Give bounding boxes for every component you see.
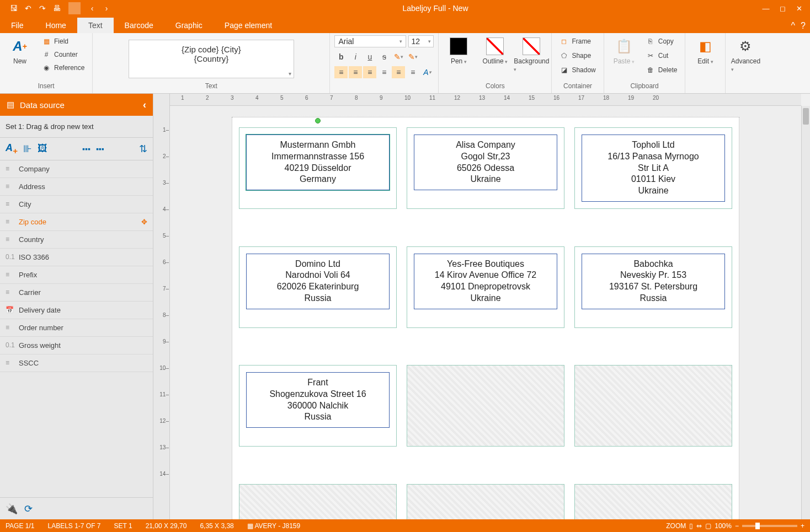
text-template-box[interactable]: {Zip code} {City} {Country}: [129, 40, 294, 78]
copy-button[interactable]: ⎘Copy: [643, 35, 681, 47]
label-cell[interactable]: Mustermann GmbhImmermannstrasse 15640219…: [239, 127, 397, 209]
vertical-scrollbar[interactable]: [801, 106, 810, 519]
bold-button[interactable]: b: [334, 51, 348, 63]
paste-button[interactable]: 📋Paste: [609, 35, 640, 67]
highlight-button[interactable]: ✎: [392, 51, 405, 63]
help-icon[interactable]: ?: [801, 21, 806, 31]
prev-icon[interactable]: ‹: [86, 2, 98, 14]
sidebar-collapse-icon[interactable]: ‹: [143, 99, 146, 111]
tool-sort-icon[interactable]: ⇅: [139, 143, 147, 155]
canvas-viewport[interactable]: Mustermann GmbhImmermannstrasse 15640219…: [170, 106, 801, 519]
new-text-button[interactable]: A+ New: [4, 35, 35, 67]
address-box[interactable]: FrantShogenzukova Street 16360000 Nalchi…: [246, 372, 390, 428]
tab-text[interactable]: Text: [77, 18, 114, 33]
label-cell[interactable]: Yes-Free Boutiques14 Kirov Avenue Office…: [407, 246, 564, 328]
zoom-slider-knob[interactable]: [755, 523, 760, 529]
align-left-button[interactable]: ≡: [334, 66, 348, 78]
tool-image-icon[interactable]: 🖼: [38, 143, 47, 154]
tab-home[interactable]: Home: [35, 18, 77, 33]
address-box[interactable]: Topholi Ltd16/13 Panasa MyrnogoStr Lit A…: [582, 135, 725, 202]
delete-button[interactable]: 🗑Delete: [643, 64, 681, 76]
outline-color-button[interactable]: Outline: [479, 35, 510, 67]
tab-graphic[interactable]: Graphic: [164, 18, 214, 33]
minimize-button[interactable]: —: [758, 2, 774, 14]
font-color-button[interactable]: ✎: [406, 51, 419, 63]
label-cell[interactable]: [239, 484, 397, 520]
tab-page-element[interactable]: Page element: [214, 18, 283, 33]
align-middle-button[interactable]: ≡: [392, 66, 405, 78]
address-box[interactable]: Mustermann GmbhImmermannstrasse 15640219…: [246, 135, 390, 190]
label-cell[interactable]: Topholi Ltd16/13 Panasa MyrnogoStr Lit A…: [574, 127, 732, 209]
shadow-button[interactable]: ◪Shadow: [556, 64, 599, 76]
advanced-button[interactable]: ⚙Advanced: [730, 35, 761, 75]
cut-button[interactable]: ✂Cut: [643, 50, 681, 62]
zoom-fit-page-icon[interactable]: ▯: [689, 522, 693, 530]
italic-button[interactable]: i: [349, 51, 362, 63]
pen-color-button[interactable]: Pen: [443, 35, 474, 67]
zoom-fit-width-icon[interactable]: ⇔: [696, 522, 702, 530]
undo-icon[interactable]: ↶: [22, 2, 34, 14]
address-box[interactable]: Alisa CompanyGogol Str,2365026 OdessaUkr…: [414, 135, 557, 190]
label-cell[interactable]: BabochkaNeveskiy Pr. 153193167 St. Peter…: [574, 246, 732, 328]
align-bottom-button[interactable]: ≡: [406, 66, 419, 78]
label-cell[interactable]: Alisa CompanyGogol Str,2365026 OdessaUkr…: [407, 127, 564, 209]
counter-button[interactable]: #Counter: [39, 49, 88, 61]
zoom-slider[interactable]: [742, 525, 797, 527]
zoom-out-button[interactable]: −: [735, 522, 739, 530]
zoom-in-button[interactable]: +: [801, 522, 804, 530]
text-effects-button[interactable]: A: [420, 66, 434, 78]
field-item[interactable]: ≡City: [0, 196, 153, 213]
label-cell[interactable]: FrantShogenzukova Street 16360000 Nalchi…: [239, 365, 397, 447]
label-cell[interactable]: [574, 365, 732, 447]
label-cell[interactable]: Domino LtdNarodnoi Voli 64620026 Ekateri…: [239, 246, 397, 328]
print-icon[interactable]: 🖶: [51, 2, 63, 14]
next-icon[interactable]: ›: [100, 2, 113, 14]
redo-icon[interactable]: ↷: [36, 2, 49, 14]
plug-icon[interactable]: 🔌: [6, 503, 18, 515]
label-cell[interactable]: [407, 484, 564, 520]
tool-link1-icon[interactable]: ▪▪▪: [82, 144, 90, 153]
background-color-button[interactable]: Background: [516, 35, 547, 75]
tool-link2-icon[interactable]: ▪▪▪: [96, 144, 104, 153]
frame-button[interactable]: ◻Frame: [556, 35, 599, 47]
align-center-button[interactable]: ≡: [349, 66, 362, 78]
font-size-select[interactable]: 12▾: [408, 35, 434, 47]
underline-button[interactable]: u: [363, 51, 376, 63]
refresh-icon[interactable]: ⟳: [24, 503, 33, 515]
tab-file[interactable]: File: [0, 18, 35, 33]
field-item[interactable]: 0.1Gross weight: [0, 337, 153, 354]
address-box[interactable]: Yes-Free Boutiques14 Kirov Avenue Office…: [414, 254, 557, 309]
zoom-fit-label-icon[interactable]: ▢: [705, 522, 711, 530]
tab-barcode[interactable]: Barcode: [114, 18, 164, 33]
reference-button[interactable]: ◉Reference: [39, 62, 88, 74]
field-item[interactable]: ≡Prefix: [0, 266, 153, 284]
field-item[interactable]: ≡Company: [0, 160, 153, 178]
tool-barcode-icon[interactable]: ⊪: [23, 143, 32, 155]
edit-button[interactable]: ◧Edit: [690, 35, 721, 67]
align-top-button[interactable]: ≡: [377, 66, 391, 78]
label-cell[interactable]: [574, 484, 732, 520]
shape-button[interactable]: ⬠Shape: [556, 50, 599, 62]
scrollbar-thumb[interactable]: [803, 108, 809, 125]
field-button[interactable]: ▦Field: [39, 35, 88, 47]
collapse-ribbon-icon[interactable]: ^: [791, 21, 796, 31]
field-item[interactable]: ≡Country: [0, 231, 153, 249]
field-item[interactable]: 📅Delivery date: [0, 302, 153, 319]
save-icon[interactable]: 🖫: [8, 2, 20, 14]
address-box[interactable]: Domino LtdNarodnoi Voli 64620026 Ekateri…: [246, 254, 390, 309]
field-item[interactable]: ≡Zip code✥: [0, 213, 153, 231]
rotate-handle[interactable]: [315, 118, 321, 123]
field-item[interactable]: ≡Address: [0, 178, 153, 196]
font-family-select[interactable]: Arial▾: [334, 35, 406, 47]
align-right-button[interactable]: ≡: [363, 66, 376, 78]
field-item[interactable]: ≡SSCC: [0, 354, 153, 372]
maximize-button[interactable]: ◻: [775, 2, 790, 14]
field-item[interactable]: ≡Order number: [0, 319, 153, 337]
field-item[interactable]: ≡Carrier: [0, 284, 153, 302]
address-box[interactable]: BabochkaNeveskiy Pr. 153193167 St. Peter…: [582, 254, 725, 309]
strike-button[interactable]: s: [377, 51, 391, 63]
field-item[interactable]: 0.1ISO 3366: [0, 249, 153, 266]
label-cell[interactable]: [407, 365, 564, 447]
close-button[interactable]: ✕: [791, 2, 807, 14]
tool-text-icon[interactable]: A+: [6, 142, 18, 155]
